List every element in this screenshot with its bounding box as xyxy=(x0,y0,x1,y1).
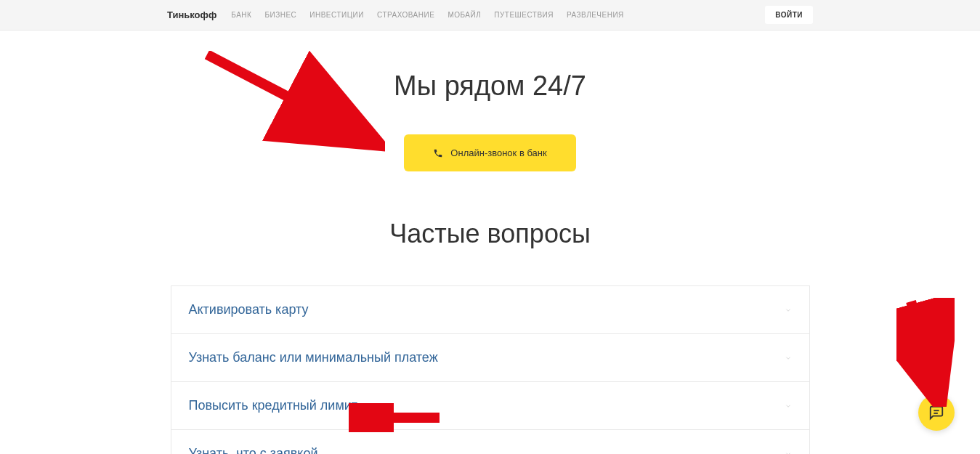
nav-travel[interactable]: ПУТЕШЕСТВИЯ xyxy=(494,11,554,19)
faq-item-label: Повысить кредитный лимит xyxy=(189,398,358,413)
faq-item-activate-card[interactable]: Активировать карту xyxy=(171,286,809,334)
nav-mobile[interactable]: МОБАЙЛ xyxy=(448,11,481,19)
chevron-down-icon xyxy=(785,307,792,314)
chat-icon xyxy=(928,405,944,421)
chevron-down-icon xyxy=(785,354,792,362)
nav-bank[interactable]: БАНК xyxy=(231,11,251,19)
nav: БАНК БИЗНЕС ИНВЕСТИЦИИ СТРАХОВАНИЕ МОБАЙ… xyxy=(231,11,765,19)
faq-item-balance[interactable]: Узнать баланс или минимальный платеж xyxy=(171,334,809,382)
faq-item-credit-limit[interactable]: Повысить кредитный лимит xyxy=(171,382,809,430)
logo[interactable]: Тинькофф xyxy=(167,9,216,20)
nav-business[interactable]: БИЗНЕС xyxy=(264,11,296,19)
call-button-label: Онлайн-звонок в банк xyxy=(450,147,546,158)
faq-item-application-status[interactable]: Узнать, что с заявкой xyxy=(171,430,809,454)
chat-button[interactable] xyxy=(918,394,955,431)
nav-insurance[interactable]: СТРАХОВАНИЕ xyxy=(377,11,434,19)
faq-item-label: Узнать баланс или минимальный платеж xyxy=(189,350,438,365)
hero-title: Мы рядом 24/7 xyxy=(0,70,980,102)
nav-entertainment[interactable]: РАЗВЛЕЧЕНИЯ xyxy=(567,11,624,19)
chevron-down-icon xyxy=(785,402,792,410)
faq-list: Активировать карту Узнать баланс или мин… xyxy=(171,285,810,454)
faq-title: Частые вопросы xyxy=(0,219,980,249)
header: Тинькофф БАНК БИЗНЕС ИНВЕСТИЦИИ СТРАХОВА… xyxy=(0,0,980,31)
login-button[interactable]: ВОЙТИ xyxy=(765,6,813,24)
main-content: Мы рядом 24/7 Онлайн-звонок в банк Часты… xyxy=(0,31,980,454)
phone-icon xyxy=(433,148,443,158)
faq-item-label: Узнать, что с заявкой xyxy=(189,446,318,454)
nav-investments[interactable]: ИНВЕСТИЦИИ xyxy=(309,11,364,19)
faq-item-label: Активировать карту xyxy=(189,302,309,317)
online-call-button[interactable]: Онлайн-звонок в банк xyxy=(404,134,575,171)
chevron-down-icon xyxy=(785,450,792,455)
